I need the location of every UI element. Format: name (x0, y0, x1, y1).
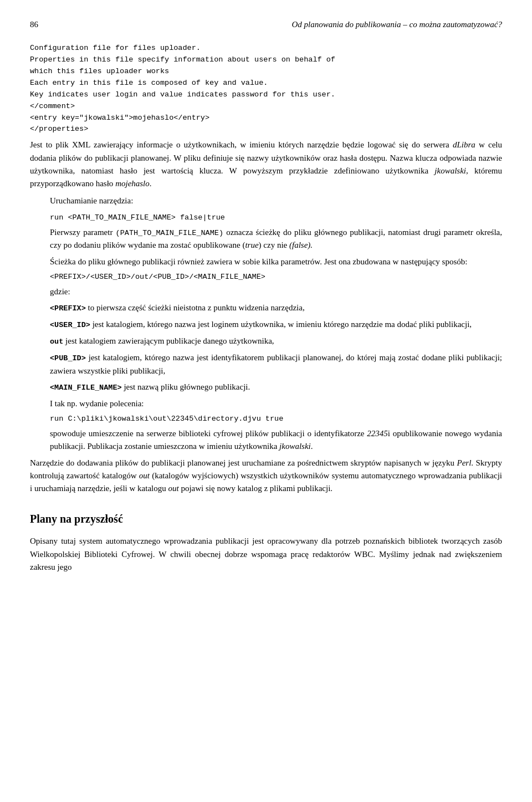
prefix-desc: to pierwsza część ścieżki nieistotna z p… (86, 303, 305, 312)
para4-italic: 22345 (367, 429, 388, 438)
content-area: Configuration file for files uploader. P… (30, 43, 502, 574)
code-line-3: which this files uploader works (30, 67, 169, 75)
mainfile-line: <MAIN_FILE_NAME> jest nazwą pliku główne… (50, 381, 502, 394)
userid-desc: jest katalogiem, którego nazwa jest logi… (90, 320, 472, 329)
code-line-2: Properties in this file specify informat… (30, 55, 335, 64)
page-title: Od planowania do publikowania – co można… (291, 20, 502, 29)
pubid-desc: jest katalogiem, którego nazwa jest iden… (50, 353, 502, 375)
itak-label: I tak np. wydanie polecenia: (50, 397, 502, 410)
uruchamianie-text: Uruchamianie narzędzia: (50, 196, 133, 205)
paragraph-1: Jest to plik XML zawierający informacje … (30, 139, 502, 190)
config-code-block: Configuration file for files uploader. P… (30, 43, 502, 135)
userid-bold: <USER_ID> (50, 321, 90, 329)
out-desc: jest katalogiem zawierającym publikacje … (63, 336, 274, 345)
gdzie-text: gdzie: (50, 287, 70, 296)
run-example-text: run C:\pliki\jkowalski\out\22345\directo… (50, 415, 283, 423)
path-code-block: <PREFIX>/<USER_ID>/out/<PUB_ID>/<MAIN_FI… (50, 272, 502, 283)
paragraph-3: Ścieżka do pliku głównego publikacji rów… (50, 256, 502, 268)
para1-dlibra: dLibra (453, 140, 475, 149)
code-line-8: </properties> (30, 125, 88, 133)
gdzie-label: gdzie: (50, 285, 502, 298)
para5-perl: Perl (457, 458, 471, 467)
prefix-bold: <PREFIX> (50, 304, 86, 313)
pubid-bold: <PUB_ID> (50, 354, 86, 362)
code-line-4: Each entry in this file is composed of k… (30, 79, 268, 87)
para2-cont2: ) czy nie (259, 241, 289, 249)
itak-text: I tak np. wydanie polecenia: (50, 399, 144, 408)
run-command-block: run <PATH_TO_MAIN_FILE_NAME> false|true (50, 212, 502, 224)
mainfile-desc: jest nazwą pliku głównego publikacji. (122, 382, 250, 391)
page-header: 86 Od planowania do publikowania – co mo… (30, 20, 502, 29)
para5-end: pojawi się nowy katalog z plikami publik… (179, 484, 332, 493)
para2-start: Pierwszy parametr (50, 228, 116, 237)
page: 86 Od planowania do publikowania – co mo… (0, 0, 532, 802)
para5-text: Narzędzie do dodawania plików do publika… (30, 458, 457, 467)
mainfile-bold: <MAIN_FILE_NAME> (50, 384, 122, 392)
para1-jkowalski: jkowalski (434, 166, 466, 175)
out-line: out jest katalogiem zawierającym publika… (50, 335, 502, 348)
section-paragraph-1: Opisany tutaj system automatycznego wpro… (30, 535, 502, 574)
para1-text: Jest to plik XML zawierający informacje … (30, 140, 453, 149)
code-line-5: Key indicates user login and value indic… (30, 90, 335, 99)
paragraph-5: Narzędzie do dodawania plików do publika… (30, 457, 502, 495)
prefix-line: <PREFIX> to pierwsza część ścieżki nieis… (50, 302, 502, 315)
para4-end: . (311, 442, 313, 451)
para1-mojehaslo: mojehaslo (115, 179, 150, 188)
uruchamianie-label: Uruchamianie narzędzia: (50, 195, 502, 207)
para2-false: (false). (289, 241, 313, 249)
page-number: 86 (30, 20, 38, 29)
code-line-7: <entry key="jkowalski">mojehaslo</entry> (30, 114, 209, 122)
para2-true: true (245, 241, 258, 249)
paragraph-4: spowoduje umieszczenie na serwerze bibli… (50, 427, 502, 453)
out-bold: out (50, 338, 63, 346)
code-line-6: </comment> (30, 102, 75, 110)
run-command-text: run <PATH_TO_MAIN_FILE_NAME> false|true (50, 213, 225, 222)
run-example-block: run C:\pliki\jkowalski\out\22345\directo… (50, 413, 502, 425)
section-title: Plany na przyszłość (30, 510, 502, 527)
path-code-text: <PREFIX>/<USER_ID>/out/<PUB_ID>/<MAIN_FI… (50, 273, 265, 281)
paragraph-2: Pierwszy parametr (PATH_TO_MAIN_FILE_NAM… (50, 226, 502, 252)
code-line-1: Configuration file for files uploader. (30, 44, 201, 52)
para5-out: out (139, 471, 150, 480)
para3-text: Ścieżka do pliku głównego publikacji rów… (50, 257, 467, 266)
userid-line: <USER_ID> jest katalogiem, którego nazwa… (50, 318, 502, 331)
para1-end: . (150, 179, 152, 188)
para5-out2: out (168, 484, 178, 493)
para4-text: spowoduje umieszczenie na serwerze bibli… (50, 429, 367, 438)
para4-italic2: jkowalski (279, 442, 311, 451)
pubid-line: <PUB_ID> jest katalogiem, którego nazwa … (50, 351, 502, 377)
para2-code: (PATH_TO_MAIN_FILE_NAME) (116, 229, 223, 237)
